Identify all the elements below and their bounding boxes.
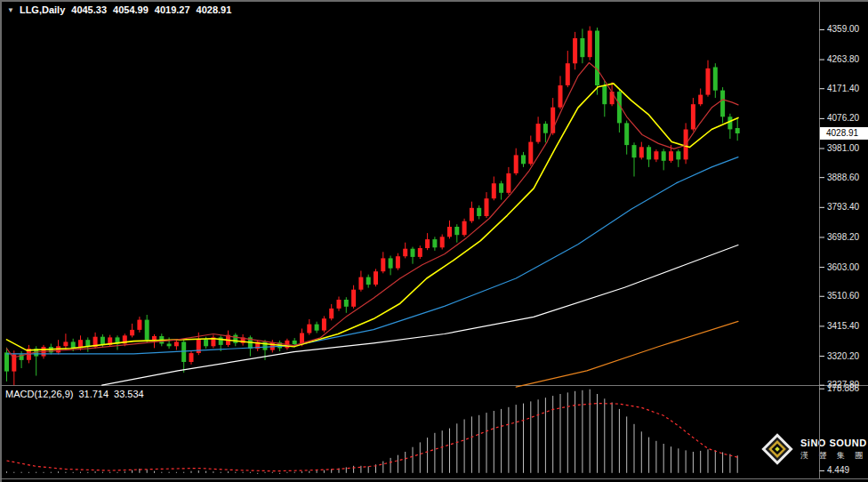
price-axis-tick-label: 4171.40 (827, 84, 859, 94)
price-axis-tick-label: 3603.00 (827, 262, 859, 273)
price-axis-tick-label: 3981.00 (827, 143, 859, 154)
price-axis-tick-label: 3320.20 (827, 351, 859, 362)
macd-axis-top-label: 178.886 (827, 383, 859, 394)
chart-window: SiNO SOUND 漢 聲 集 團 ▼LLG,Daily4045.334054… (0, 0, 868, 482)
price-axis-tick-label: 4076.20 (827, 113, 859, 124)
price-axis-tick-label: 3698.20 (827, 232, 859, 243)
macd-axis-bottom-label: 4.449 (827, 465, 849, 476)
price-axis-tick-label: 3793.40 (827, 202, 859, 213)
price-axis-tick-label: 3888.60 (827, 173, 859, 183)
current-price-tag: 4028.91 (820, 127, 868, 140)
price-axis-tick-label: 3510.60 (827, 291, 859, 301)
price-axis-tick-label: 4359.00 (827, 24, 859, 35)
price-axis-tick-label: 3415.40 (827, 321, 859, 332)
price-axis[interactable]: 4359.004263.804171.404076.203981.003888.… (0, 0, 868, 482)
price-axis-tick-label: 4263.80 (827, 54, 859, 65)
